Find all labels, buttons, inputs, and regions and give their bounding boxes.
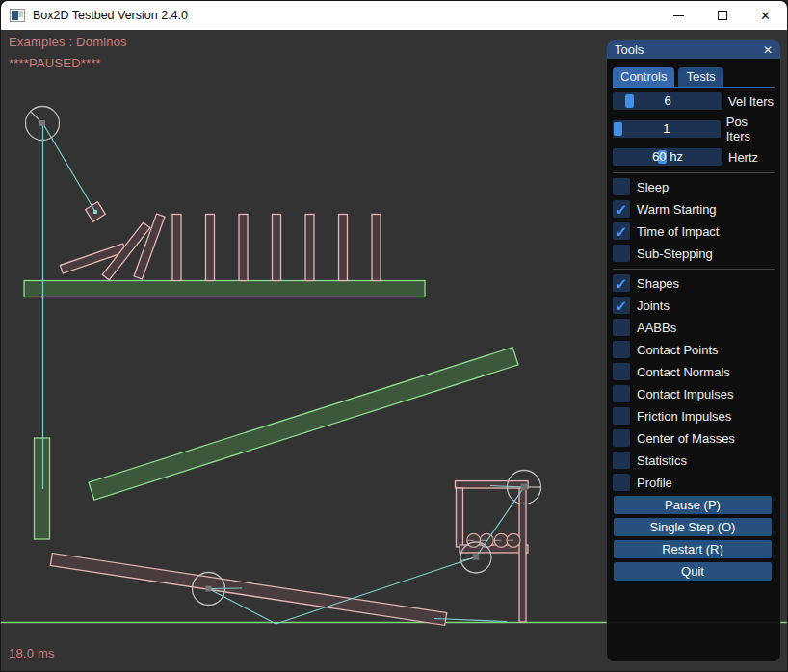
- maximize-button[interactable]: [700, 1, 744, 30]
- tools-panel-titlebar[interactable]: Tools ✕: [607, 40, 780, 59]
- single-step-o-button[interactable]: Single Step (O): [614, 518, 772, 536]
- tab-tests[interactable]: Tests: [678, 67, 722, 87]
- slider-row-pos-iters: 1Pos Iters: [613, 115, 775, 143]
- checkbox-time-of-impact[interactable]: ✓: [613, 222, 630, 240]
- paused-label: ****PAUSED****: [9, 56, 101, 70]
- domino-standing: [172, 215, 181, 281]
- checkbox-label: Time of Impact: [637, 224, 719, 239]
- checkbox-label: Statistics: [637, 453, 687, 468]
- frame-right-leg: [519, 488, 526, 622]
- checkbox-label: Sleep: [637, 180, 669, 194]
- frame-time-label: 18.0 ms: [9, 646, 55, 660]
- joint-anchor: [521, 484, 528, 491]
- checkbox-aabbs[interactable]: [613, 319, 630, 336]
- slider-label: Pos Iters: [726, 115, 775, 143]
- checkbox-friction-impulses[interactable]: [613, 407, 630, 425]
- slider-label: Vel Iters: [728, 94, 774, 109]
- checkbox-joints[interactable]: ✓: [613, 297, 630, 314]
- app-window: Box2D Testbed Version 2.4.0 ✕ Examples :…: [0, 0, 788, 672]
- checkbox-label: Warm Starting: [637, 202, 717, 217]
- domino-standing: [305, 215, 314, 281]
- checkbox-row-center-of-masses: Center of Masses: [613, 429, 775, 447]
- checkbox-sub-stepping[interactable]: [613, 245, 630, 262]
- checkbox-row-profile: Profile: [613, 474, 775, 491]
- slider-value: 60 hz: [613, 148, 722, 166]
- checkbox-warm-starting[interactable]: ✓: [613, 200, 630, 218]
- checkbox-row-warm-starting: ✓Warm Starting: [613, 200, 775, 218]
- checkbox-sleep[interactable]: [613, 178, 630, 195]
- tools-panel-title: Tools: [615, 42, 644, 57]
- title-bar: Box2D Testbed Version 2.4.0 ✕: [1, 1, 787, 30]
- minimize-icon: [673, 15, 684, 16]
- close-button[interactable]: ✕: [744, 1, 787, 30]
- joint-line: [43, 123, 96, 212]
- slider-section: 6Vel Iters1Pos Iters60 hzHertz: [613, 92, 775, 166]
- slider-row-vel-iters: 6Vel Iters: [613, 92, 775, 110]
- checkbox-contact-normals[interactable]: [613, 363, 630, 380]
- domino-standing: [206, 215, 215, 281]
- tools-panel-body: ControlsTests 6Vel Iters1Pos Iters60 hzH…: [607, 59, 780, 581]
- example-label: Examples : Dominos: [9, 35, 127, 49]
- tools-close-icon[interactable]: ✕: [763, 43, 773, 57]
- slider-value: 1: [613, 120, 721, 138]
- checkmark-icon: ✓: [616, 224, 628, 239]
- joint-line: [209, 588, 243, 589]
- pause-p-button[interactable]: Pause (P): [614, 496, 772, 514]
- slider-track-hertz[interactable]: 60 hz: [613, 148, 722, 166]
- checkbox-row-sub-stepping: Sub-Stepping: [613, 245, 775, 262]
- checkbox-center-of-masses[interactable]: [613, 429, 630, 447]
- ramp: [89, 348, 518, 501]
- checkbox-statistics[interactable]: [613, 452, 630, 469]
- checkbox-contact-impulses[interactable]: [613, 385, 630, 402]
- slider-label: Hertz: [728, 150, 758, 165]
- checkbox-label: AABBs: [637, 321, 676, 335]
- checkbox-label: Shapes: [637, 276, 679, 291]
- app-icon: [10, 9, 25, 22]
- checkbox-row-aabbs: AABBs: [613, 319, 775, 336]
- maximize-icon: [718, 11, 727, 20]
- separator: [613, 269, 775, 270]
- tab-bar: ControlsTests: [613, 67, 775, 88]
- joint-anchor: [206, 586, 212, 592]
- tab-controls[interactable]: Controls: [613, 67, 674, 87]
- display-checkbox-section: ✓Shapes✓JointsAABBsContact PointsContact…: [613, 274, 775, 491]
- frame-left-leg: [457, 488, 463, 547]
- viewport: Examples : Dominos ****PAUSED**** 18.0 m…: [1, 30, 788, 672]
- joint-anchor: [39, 120, 45, 126]
- checkbox-label: Contact Normals: [637, 365, 730, 379]
- checkbox-row-statistics: Statistics: [613, 452, 775, 469]
- checkbox-label: Contact Points: [637, 343, 719, 357]
- checkbox-label: Profile: [637, 476, 672, 490]
- joint-anchor: [473, 554, 480, 560]
- checkmark-icon: ✓: [616, 298, 628, 313]
- checkbox-row-time-of-impact: ✓Time of Impact: [613, 222, 775, 240]
- slider-value: 6: [613, 92, 722, 110]
- domino-standing: [239, 215, 248, 281]
- slider-track-pos-iters[interactable]: 1: [613, 120, 721, 138]
- domino-platform: [24, 281, 425, 297]
- domino-fallen: [134, 214, 165, 279]
- window-title: Box2D Testbed Version 2.4.0: [33, 9, 188, 22]
- checkbox-row-contact-points: Contact Points: [613, 341, 775, 358]
- checkbox-shapes[interactable]: ✓: [613, 274, 630, 292]
- domino-standing: [339, 215, 348, 281]
- tools-panel: Tools ✕ ControlsTests 6Vel Iters1Pos Ite…: [607, 40, 780, 661]
- domino-standing: [273, 215, 281, 281]
- slider-track-vel-iters[interactable]: 6: [613, 92, 722, 110]
- checkmark-icon: ✓: [616, 202, 628, 217]
- separator: [613, 172, 775, 173]
- button-section: Pause (P)Single Step (O)Restart (R)Quit: [613, 496, 775, 581]
- checkbox-label: Sub-Stepping: [637, 246, 713, 261]
- quit-button[interactable]: Quit: [614, 562, 772, 581]
- close-icon: ✕: [760, 10, 771, 22]
- checkbox-row-joints: ✓Joints: [613, 297, 775, 314]
- minimize-button[interactable]: [657, 1, 700, 30]
- checkbox-label: Contact Impulses: [637, 387, 733, 401]
- checkbox-profile[interactable]: [613, 474, 630, 491]
- seesaw-plank: [50, 554, 446, 626]
- restart-r-button[interactable]: Restart (R): [614, 540, 772, 558]
- joint-anchor: [93, 210, 97, 214]
- solver-checkbox-section: Sleep✓Warm Starting✓Time of ImpactSub-St…: [613, 178, 775, 262]
- checkbox-row-contact-impulses: Contact Impulses: [613, 385, 775, 402]
- checkbox-contact-points[interactable]: [613, 341, 630, 358]
